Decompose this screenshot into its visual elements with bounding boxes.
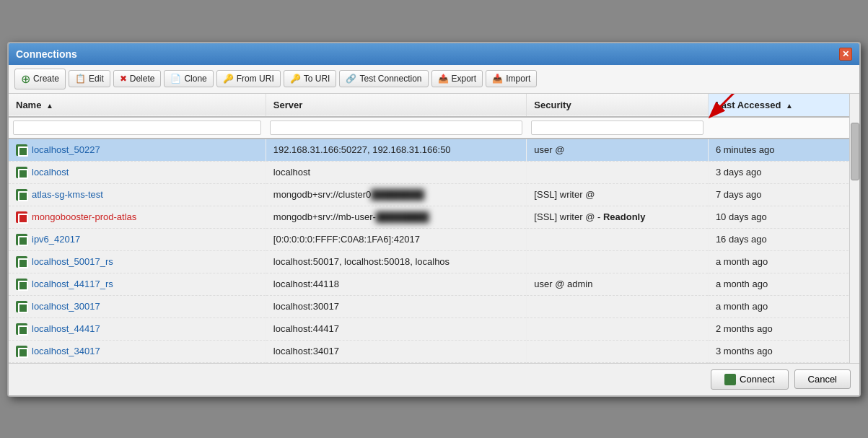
connect-button[interactable]: Connect [711,369,788,390]
delete-label: Delete [130,74,155,84]
connection-icon [16,301,27,312]
title-bar: Connections ✕ [9,43,859,65]
testconnection-icon: 🔗 [346,74,356,84]
cell-name: atlas-sg-kms-test [9,183,266,206]
connection-name[interactable]: localhost_34017 [32,346,100,356]
import-button[interactable]: 📥 Import [486,70,537,87]
connection-name[interactable]: localhost_50227 [32,144,100,155]
cell-server: mongodb+srv://mb-user-████████ [266,206,527,228]
create-button[interactable]: ⊕ Create [14,69,66,89]
cell-server: mongodb+srv://cluster0████████ [266,183,527,206]
connection-icon [16,144,27,156]
cell-security: user @ [527,139,709,162]
create-label: Create [33,74,59,84]
connection-icon [16,189,27,201]
table-row[interactable]: atlas-sg-kms-testmongodb+srv://cluster0█… [9,183,859,206]
filter-server-input[interactable] [270,121,522,135]
scrollbar-track[interactable] [849,94,859,363]
cell-name: ipv6_42017 [9,228,266,250]
filter-security-input[interactable] [531,121,704,135]
connection-icon [16,167,27,178]
export-label: Export [452,74,477,84]
fromuri-button[interactable]: 🔑 From URI [216,70,281,87]
cell-server: [0:0:0:0:0:FFFF:C0A8:1FA6]:42017 [266,228,527,250]
col-header-name[interactable]: Name ▲ [9,94,266,117]
cell-server: localhost:34017 [266,340,527,362]
connection-icon [16,346,27,357]
edit-button[interactable]: 📋 Edit [69,70,110,87]
connection-name[interactable]: localhost [32,167,69,178]
cell-name: localhost [9,161,266,183]
table-row[interactable]: ipv6_42017[0:0:0:0:0:FFFF:C0A8:1FA6]:420… [9,228,859,250]
fromuri-label: From URI [237,74,274,84]
table-row[interactable]: mongobooster-prod-atlasmongodb+srv://mb-… [9,206,859,228]
table-row[interactable]: localhostlocalhost3 days ago [9,161,859,183]
table-row[interactable]: localhost_50017_rslocalhost:50017, local… [9,250,859,273]
table-wrapper: Name ▲ Server Security Last Accessed ▲ [9,94,859,363]
connect-label: Connect [740,374,774,385]
cell-name: localhost_44117_rs [9,273,266,295]
footer: Connect Cancel [9,363,859,395]
col-header-server[interactable]: Server [266,94,527,117]
connection-name[interactable]: localhost_50017_rs [32,256,113,267]
clone-button[interactable]: 📄 Clone [164,70,213,87]
dialog-title: Connections [16,48,77,60]
import-icon: 📥 [492,74,503,84]
cancel-button[interactable]: Cancel [794,369,851,389]
cell-security: user @ admin [527,273,709,295]
table-row[interactable]: localhost_30017localhost:30017a month ag… [9,295,859,317]
clone-label: Clone [184,74,206,84]
cell-name: localhost_50227 [9,139,266,162]
table-row[interactable]: localhost_34017localhost:340173 months a… [9,340,859,362]
cell-security [527,161,709,183]
delete-icon: ✖ [120,74,127,84]
cell-name: localhost_50017_rs [9,250,266,273]
edit-label: Edit [89,74,104,84]
connection-icon [16,256,27,268]
delete-button[interactable]: ✖ Delete [113,70,162,87]
export-icon: 📤 [438,74,449,84]
connection-icon [16,279,27,290]
scrollbar-thumb[interactable] [851,123,859,180]
cell-security: [SSL] writer @ - Readonly [527,206,709,228]
touri-icon: 🔑 [290,74,301,84]
testconnection-button[interactable]: 🔗 Test Connection [339,70,428,87]
toolbar: ⊕ Create 📋 Edit ✖ Delete 📄 Clone 🔑 From … [9,65,859,94]
connections-table: Name ▲ Server Security Last Accessed ▲ [9,94,859,363]
table-row[interactable]: localhost_44417localhost:444172 months a… [9,317,859,340]
table-row[interactable]: localhost_44117_rslocalhost:44118user @ … [9,273,859,295]
cell-lastaccessed: 6 minutes ago [708,139,859,162]
cell-server: 192.168.31.166:50227, 192.168.31.166:50 [266,139,527,162]
cell-lastaccessed: a month ago [708,250,859,273]
cell-server: localhost:30017 [266,295,527,317]
filter-name-input[interactable] [13,121,261,135]
connection-name[interactable]: localhost_30017 [32,301,100,312]
cell-name: localhost_30017 [9,295,266,317]
connection-name[interactable]: ipv6_42017 [32,234,80,245]
col-header-security[interactable]: Security [527,94,709,117]
filter-row [9,117,859,139]
connection-icon [16,323,27,335]
export-button[interactable]: 📤 Export [431,70,483,87]
cell-security [527,228,709,250]
connection-name[interactable]: atlas-sg-kms-test [32,189,103,200]
connection-icon [16,211,27,223]
cell-security: [SSL] writer @ [527,183,709,206]
col-header-lastaccessed[interactable]: Last Accessed ▲ [708,94,859,117]
table-row[interactable]: localhost_50227192.168.31.166:50227, 192… [9,139,859,162]
clone-icon: 📄 [170,74,181,84]
touri-button[interactable]: 🔑 To URI [284,70,337,87]
connection-name[interactable]: localhost_44117_rs [32,279,113,289]
cell-security [527,295,709,317]
connection-name[interactable]: mongobooster-prod-atlas [32,211,136,222]
cell-lastaccessed: 7 days ago [708,183,859,206]
cell-security [527,340,709,362]
cell-server: localhost:44118 [266,273,527,295]
cell-name: localhost_34017 [9,340,266,362]
cell-lastaccessed: 2 months ago [708,317,859,340]
close-button[interactable]: ✕ [839,48,852,61]
cell-server: localhost [266,161,527,183]
cell-lastaccessed: 16 days ago [708,228,859,250]
connection-name[interactable]: localhost_44417 [32,323,100,334]
cancel-label: Cancel [808,374,837,385]
